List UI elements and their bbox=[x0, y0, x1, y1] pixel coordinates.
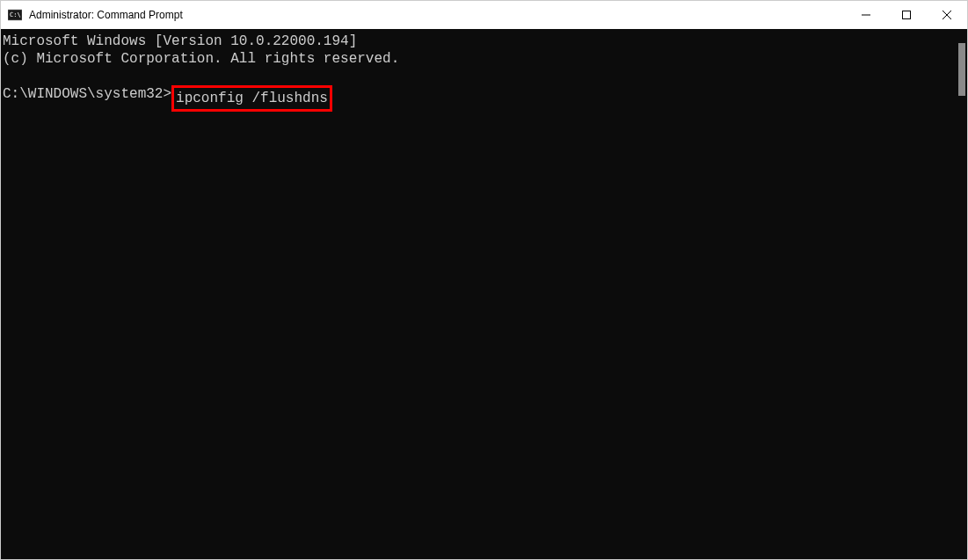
command-prompt-window: C:\ Administrator: Command Prompt bbox=[0, 0, 968, 560]
title-bar-left: C:\ Administrator: Command Prompt bbox=[8, 8, 183, 22]
maximize-button[interactable] bbox=[886, 1, 927, 29]
close-icon bbox=[943, 11, 951, 19]
close-button[interactable] bbox=[927, 1, 967, 29]
prompt-path: C:\WINDOWS\system32> bbox=[3, 85, 171, 112]
title-bar[interactable]: C:\ Administrator: Command Prompt bbox=[1, 1, 967, 29]
window-controls bbox=[846, 1, 967, 29]
vertical-scrollbar[interactable] bbox=[958, 43, 965, 96]
command-prompt-icon: C:\ bbox=[8, 8, 22, 22]
maximize-icon bbox=[902, 11, 911, 19]
copyright-line: (c) Microsoft Corporation. All rights re… bbox=[3, 51, 399, 67]
command-input-highlighted[interactable]: ipconfig /flushdns bbox=[171, 85, 332, 112]
window-title: Administrator: Command Prompt bbox=[29, 9, 183, 21]
svg-text:C:\: C:\ bbox=[10, 11, 21, 18]
terminal-area[interactable]: Microsoft Windows [Version 10.0.22000.19… bbox=[1, 29, 967, 559]
terminal-content: Microsoft Windows [Version 10.0.22000.19… bbox=[1, 29, 967, 115]
svg-rect-3 bbox=[903, 11, 911, 19]
minimize-icon bbox=[862, 11, 870, 19]
version-line: Microsoft Windows [Version 10.0.22000.19… bbox=[3, 33, 357, 49]
minimize-button[interactable] bbox=[846, 1, 886, 29]
